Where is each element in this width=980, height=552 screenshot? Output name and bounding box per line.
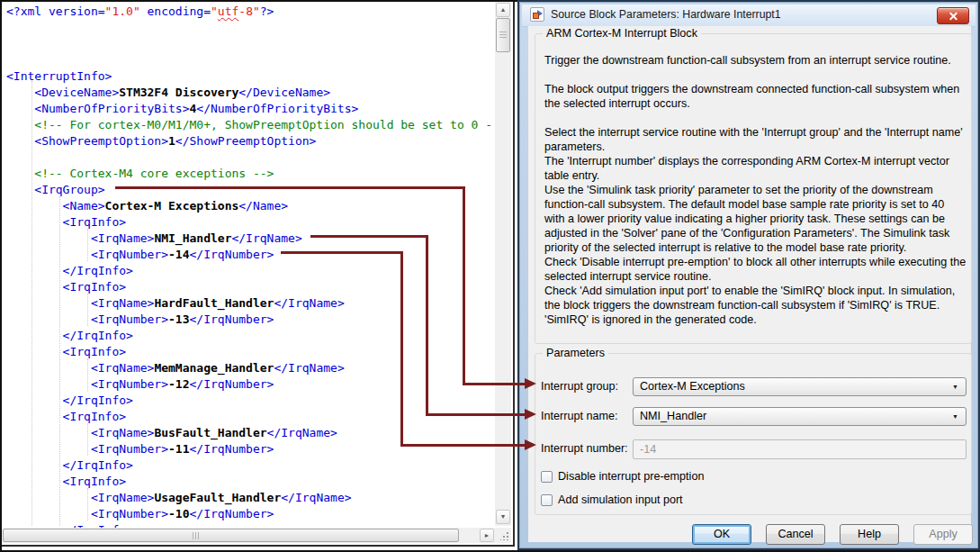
scroll-up-icon[interactable]: ▲ xyxy=(496,3,510,17)
arrow-irqgroup-line xyxy=(115,186,465,189)
arrow-irqgroup-head xyxy=(525,378,536,389)
interrupt-number-value: -14 xyxy=(640,440,656,458)
vertical-scrollbar[interactable]: ▲ ▼ xyxy=(495,2,511,526)
interrupt-name-value: NMI_Handler xyxy=(640,408,706,425)
xml-code[interactable]: <?xml version="1.0" encoding="utf-8"?> <… xyxy=(2,2,498,529)
chevron-down-icon: ▼ xyxy=(952,384,958,390)
horizontal-scrollbar-thumb[interactable] xyxy=(3,529,459,542)
interrupt-number-row: Interrupt number: -14 xyxy=(541,439,967,459)
interrupt-group-value: Cortex-M Exceptions xyxy=(640,378,745,395)
interrupt-name-label: Interrupt name: xyxy=(541,407,617,426)
screenshot-canvas: <?xml version="1.0" encoding="utf-8"?> <… xyxy=(0,0,980,552)
scroll-right-icon[interactable]: ► xyxy=(480,529,494,542)
parameters-groupbox: Parameters Interrupt group: Cortex-M Exc… xyxy=(535,353,972,515)
chevron-down-icon: ▼ xyxy=(952,413,958,420)
dialog-titlebar[interactable]: Source Block Parameters: Hardware Interr… xyxy=(522,5,976,27)
interrupt-group-label: Interrupt group: xyxy=(541,377,618,396)
horizontal-scrollbar[interactable]: ► xyxy=(2,528,495,543)
interrupt-number-label: Interrupt number: xyxy=(541,439,628,458)
close-icon[interactable] xyxy=(937,7,969,24)
disable-preemption-label: Disable interrupt pre-emption xyxy=(558,470,704,484)
vertical-scrollbar-thumb[interactable] xyxy=(496,18,510,52)
description-groupbox: ARM Cortex-M Interrupt Block Trigger the… xyxy=(535,33,972,344)
add-sim-input-checkbox[interactable] xyxy=(541,494,553,506)
add-sim-input-label: Add simulation input port xyxy=(558,493,683,507)
apply-button: Apply xyxy=(913,524,973,545)
interrupt-number-field: -14 xyxy=(633,439,967,459)
interrupt-name-dropdown[interactable]: NMI_Handler ▼ xyxy=(633,407,967,426)
arrow-irqgroup-line xyxy=(463,383,525,385)
arrow-irqnumber-line xyxy=(400,251,403,445)
interrupt-name-row: Interrupt name: NMI_Handler ▼ xyxy=(541,407,967,427)
parameters-group-label: Parameters xyxy=(543,347,608,360)
disable-preemption-checkbox[interactable] xyxy=(541,471,553,483)
block-parameters-icon xyxy=(530,7,544,22)
block-description-text: Trigger the downstream function-call sub… xyxy=(544,53,967,327)
ok-button[interactable]: OK xyxy=(692,524,751,545)
interrupt-group-dropdown[interactable]: Cortex-M Exceptions ▼ xyxy=(633,377,967,396)
arrow-irqname-line xyxy=(310,235,428,238)
section-title: ARM Cortex-M Interrupt Block xyxy=(543,27,701,41)
arrow-irqname-line xyxy=(426,413,525,416)
arrow-irqnumber-line xyxy=(281,251,403,254)
interrupt-group-row: Interrupt group: Cortex-M Exceptions ▼ xyxy=(541,377,967,397)
arrow-irqname-head xyxy=(525,409,536,420)
scroll-down-icon[interactable]: ▼ xyxy=(496,510,510,524)
arrow-irqnumber-line xyxy=(400,444,525,447)
help-button[interactable]: Help xyxy=(840,524,899,545)
cancel-button[interactable]: Cancel xyxy=(766,524,825,545)
xml-editor-window: <?xml version="1.0" encoding="utf-8"?> <… xyxy=(0,0,515,547)
arrow-irqgroup-line xyxy=(463,186,465,385)
arrow-irqname-line xyxy=(426,235,428,414)
dialog-title: Source Block Parameters: Hardware Interr… xyxy=(551,8,781,21)
dialog-body: ARM Cortex-M Interrupt Block Trigger the… xyxy=(528,26,971,542)
source-block-parameters-dialog: Source Block Parameters: Hardware Interr… xyxy=(517,0,980,550)
resize-grip xyxy=(495,528,511,543)
arrow-irqnumber-head xyxy=(525,439,536,450)
